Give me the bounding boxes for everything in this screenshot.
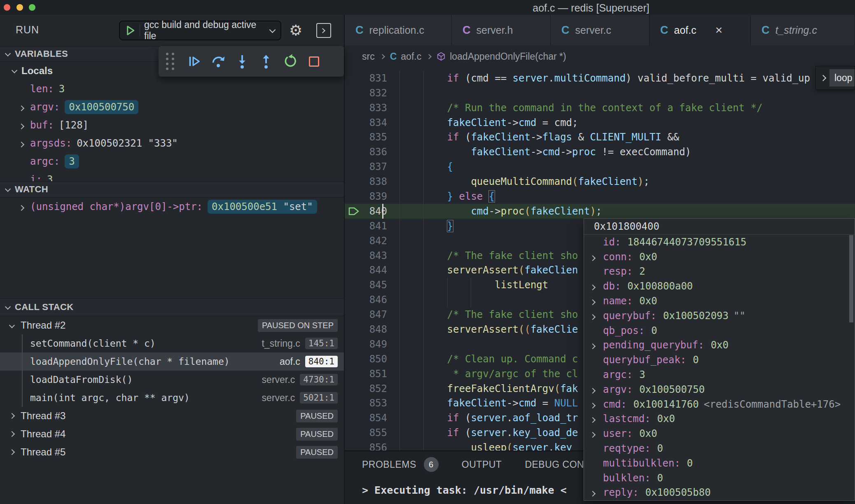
line-number[interactable]: 855 xyxy=(361,427,387,439)
line-number[interactable]: 852 xyxy=(361,383,387,394)
chevron-right-icon[interactable] xyxy=(591,413,603,425)
code-line[interactable]: 838queueMultiCommand(fakeClient); xyxy=(345,174,855,189)
variable-row[interactable]: len:3 xyxy=(0,80,344,98)
line-number[interactable]: 831 xyxy=(361,72,387,84)
code-line[interactable]: 839} else { xyxy=(345,189,855,204)
tooltip-row[interactable]: resp:2 xyxy=(584,264,855,279)
line-number[interactable]: 833 xyxy=(361,102,387,114)
call-stack-section-header[interactable]: CALL STACK xyxy=(0,298,344,316)
watch-section-header[interactable]: WATCH xyxy=(0,181,344,198)
variable-row[interactable]: argv:0x100500750 xyxy=(0,98,344,116)
tooltip-row[interactable]: querybuf:0x100502093"" xyxy=(584,308,855,323)
tab-server.h[interactable]: Cserver.h xyxy=(452,15,551,45)
breadcrumb-item[interactable]: loadAppendOnlyFile(char *) xyxy=(450,51,566,62)
thread-row[interactable]: Thread #3PAUSED xyxy=(0,407,344,425)
chevron-right-icon[interactable] xyxy=(591,384,603,395)
line-number[interactable]: 842 xyxy=(361,235,387,247)
chevron-right-icon[interactable] xyxy=(591,295,603,307)
tooltip-row[interactable]: db:0x100800a00 xyxy=(584,279,855,294)
close-icon[interactable]: × xyxy=(715,23,723,37)
code-line[interactable]: 836fakeClient->cmd->proc != execCommand) xyxy=(345,145,855,159)
code-line[interactable]: 840cmd->proc(fakeClient); xyxy=(345,204,855,219)
tab-server.c[interactable]: Cserver.c xyxy=(551,15,649,45)
chevron-right-icon[interactable] xyxy=(591,280,603,292)
tooltip-row[interactable]: bulklen:0 xyxy=(584,471,855,485)
tooltip-row[interactable]: reply:0x100505b80 xyxy=(584,485,855,500)
chevron-right-icon[interactable] xyxy=(591,339,603,351)
drag-grip-icon[interactable] xyxy=(159,46,182,77)
chevron-right-icon[interactable] xyxy=(591,399,603,410)
code-line[interactable]: 830 xyxy=(345,68,855,71)
line-number[interactable]: 844 xyxy=(361,264,387,276)
stack-frame[interactable]: setCommand(client * c)t_string.c145:1 xyxy=(0,334,344,352)
panel-tab-output[interactable]: OUTPUT xyxy=(462,459,502,470)
line-number[interactable]: 839 xyxy=(361,191,387,202)
chevron-right-icon[interactable] xyxy=(591,487,603,498)
zoom-window-button[interactable] xyxy=(29,4,35,11)
line-number[interactable]: 832 xyxy=(361,87,387,99)
chevron-right-icon[interactable] xyxy=(19,201,30,212)
chevron-right-icon[interactable] xyxy=(19,119,30,131)
tab-replication.c[interactable]: Creplication.c xyxy=(345,15,452,45)
tooltip-row[interactable]: name:0x0 xyxy=(584,294,855,308)
code-line[interactable]: 831if (cmd == server.multiCommand) valid… xyxy=(345,71,855,86)
restart-button[interactable] xyxy=(278,46,302,77)
start-debug-icon[interactable] xyxy=(124,24,136,37)
line-number[interactable]: 849 xyxy=(361,338,387,350)
code-line[interactable]: 832 xyxy=(345,86,855,100)
chevron-right-icon[interactable] xyxy=(591,310,603,322)
open-panel-icon[interactable] xyxy=(316,23,331,38)
code-line[interactable]: 834fakeClient->cmd = cmd; xyxy=(345,115,855,130)
close-window-button[interactable] xyxy=(4,4,10,11)
breadcrumb-item[interactable]: aof.c xyxy=(401,51,421,62)
line-number[interactable]: 856 xyxy=(361,442,387,450)
chevron-right-icon[interactable] xyxy=(19,138,30,149)
tab-aof.c[interactable]: Caof.c× xyxy=(649,15,751,45)
variable-row[interactable]: argc:3 xyxy=(0,152,344,170)
line-number[interactable]: 853 xyxy=(361,397,387,409)
watch-row[interactable]: (unsigned char*)argv[0]->ptr:0x100500e51… xyxy=(0,198,344,216)
step-out-button[interactable] xyxy=(254,46,278,77)
line-number[interactable]: 830 xyxy=(361,68,387,69)
panel-tab-problems[interactable]: PROBLEMS6 xyxy=(362,457,439,472)
tooltip-row[interactable]: id:18446744073709551615 xyxy=(584,235,855,250)
tooltip-row[interactable]: user:0x0 xyxy=(584,426,855,441)
find-input[interactable]: loop xyxy=(829,69,855,86)
chevron-right-icon[interactable] xyxy=(19,101,30,113)
tooltip-row[interactable]: lastcmd:0x0 xyxy=(584,412,855,427)
continue-button[interactable] xyxy=(182,46,206,77)
launch-config-dropdown[interactable]: gcc build and debug active file xyxy=(119,21,281,40)
chevron-down-icon[interactable] xyxy=(10,322,21,329)
step-over-button[interactable] xyxy=(206,46,230,77)
thread-row[interactable]: Thread #2PAUSED ON STEP xyxy=(0,316,344,334)
find-widget[interactable]: loop xyxy=(815,66,855,90)
stack-frame[interactable]: loadDataFromDisk()server.c4730:1 xyxy=(0,371,344,389)
line-number[interactable]: 835 xyxy=(361,131,387,143)
code-line[interactable]: 837{ xyxy=(345,159,855,174)
tooltip-row[interactable]: argc:3 xyxy=(584,367,855,382)
line-number[interactable]: 848 xyxy=(361,324,387,335)
tooltip-row[interactable]: querybuf_peak:0 xyxy=(584,352,855,367)
line-number[interactable]: 850 xyxy=(361,353,387,365)
tooltip-row[interactable]: conn:0x0 xyxy=(584,250,855,264)
code-line[interactable]: 835if (fakeClient->flags & CLIENT_MULTI … xyxy=(345,130,855,145)
variable-row[interactable]: i:3 xyxy=(0,170,344,181)
line-number[interactable]: 838 xyxy=(361,176,387,187)
stop-button[interactable] xyxy=(302,46,326,77)
gear-icon[interactable]: ⚙ xyxy=(289,21,302,40)
chevron-right-icon[interactable] xyxy=(10,412,21,420)
line-number[interactable]: 837 xyxy=(361,161,387,173)
tooltip-row[interactable]: reqtype:0 xyxy=(584,441,855,456)
line-number[interactable]: 834 xyxy=(361,117,387,128)
line-number[interactable]: 836 xyxy=(361,146,387,158)
line-number[interactable]: 846 xyxy=(361,294,387,306)
line-number[interactable]: 845 xyxy=(361,279,387,291)
code-line[interactable]: 833/* Run the command in the context of … xyxy=(345,100,855,115)
breadcrumb-item[interactable]: src xyxy=(362,51,375,62)
tooltip-scrollbar[interactable] xyxy=(849,235,853,322)
line-number[interactable]: 851 xyxy=(361,368,387,380)
breadcrumb[interactable]: srcCaof.cloadAppendOnlyFile(char *) xyxy=(345,45,855,68)
line-number[interactable]: 847 xyxy=(361,309,387,320)
find-expand-icon[interactable] xyxy=(820,75,827,81)
variable-row[interactable]: argsds:0x100502321 "333" xyxy=(0,134,344,152)
